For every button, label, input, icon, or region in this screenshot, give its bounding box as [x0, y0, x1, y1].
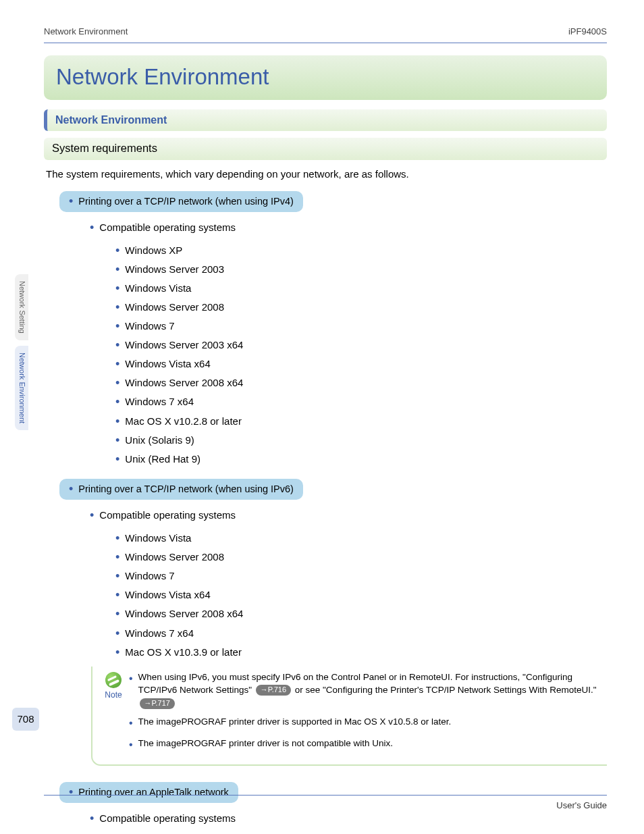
page-title: Network Environment [56, 61, 595, 93]
page-link[interactable]: →P.716 [256, 685, 291, 696]
page-link[interactable]: →P.717 [140, 698, 175, 709]
header-left: Network Environment [44, 26, 128, 38]
group-subhead: Compatible operating systems [90, 506, 607, 524]
list-item: Windows 7 [115, 317, 607, 335]
subsection-heading: System requirements [44, 138, 607, 160]
group-tag: Printing over a TCP/IP network (when usi… [59, 191, 303, 212]
title-banner: Network Environment [44, 55, 607, 100]
list-item: Windows 7 x64 [115, 393, 607, 411]
header-right: iPF9400S [568, 26, 607, 38]
page-number: 708 [12, 708, 39, 731]
list-item: Windows Vista x64 [115, 355, 607, 373]
section-heading: Network Environment [44, 109, 607, 131]
list-item: Unix (Solaris 9) [115, 432, 607, 449]
list-item: Windows XP [115, 242, 607, 259]
list-item: Windows Server 2008 x64 [115, 374, 607, 392]
list-item: Windows Vista [115, 280, 607, 297]
note-line: •The imagePROGRAF printer driver is not … [129, 737, 601, 752]
list-item: Unix (Red Hat 9) [115, 450, 607, 468]
list-item: Mac OS X v10.3.9 or later [115, 644, 607, 661]
list-item: Windows Server 2008 [115, 298, 607, 316]
list-item: Windows Vista x64 [115, 586, 607, 604]
note-label: Note [98, 689, 129, 701]
group-tag: Printing over a TCP/IP network (when usi… [59, 479, 303, 500]
side-tab[interactable]: Network Setting [15, 274, 28, 340]
list-item: Windows Server 2003 x64 [115, 336, 607, 354]
list-item: Windows 7 [115, 567, 607, 585]
list-item: Windows 7 x64 [115, 625, 607, 642]
note-box: Note•When using IPv6, you must specify I… [91, 667, 607, 766]
footer-text: User's Guide [44, 795, 607, 812]
note-line: •The imagePROGRAF printer driver is supp… [129, 715, 601, 731]
note-line: •When using IPv6, you must specify IPv6 … [129, 671, 601, 710]
list-item: Windows Server 2008 x64 [115, 605, 607, 623]
group-subhead: Compatible operating systems [90, 219, 607, 236]
list-item: Windows Server 2008 [115, 548, 607, 566]
side-tab[interactable]: Network Environment [15, 346, 28, 430]
intro-text: The system requirements, which vary depe… [46, 167, 607, 182]
list-item: Windows Server 2003 [115, 261, 607, 278]
list-item: Windows Vista [115, 529, 607, 547]
list-item: Mac OS X v10.2.8 or later [115, 413, 607, 430]
side-tabs: Network SettingNetwork Environment [15, 274, 30, 436]
note-icon [105, 672, 122, 688]
